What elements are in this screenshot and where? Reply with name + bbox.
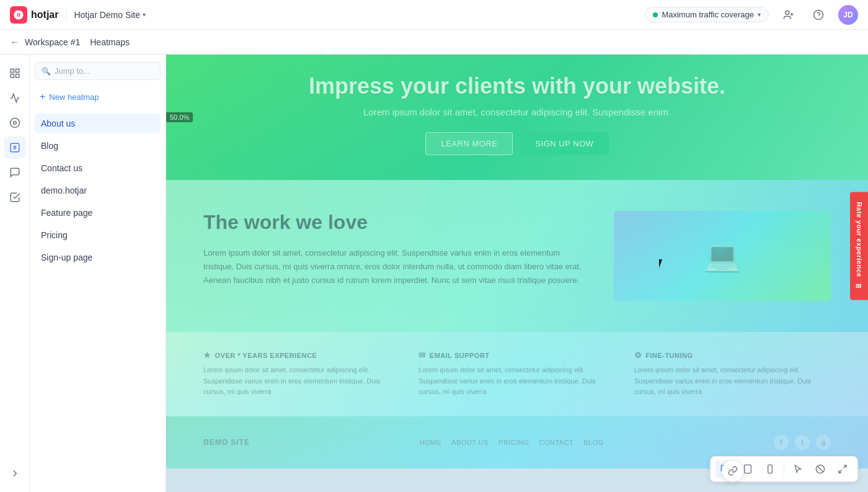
new-heatmap-button[interactable]: + New heatmap [35, 87, 161, 106]
sidebar-item-dashboard[interactable] [4, 62, 26, 84]
traffic-chevron-icon: ▾ [758, 11, 761, 18]
user-avatar[interactable]: JD [838, 5, 858, 25]
feature-description: Lorem ipsum dolor sit amet, consectetur … [203, 365, 400, 398]
expand-button[interactable] [833, 460, 852, 478]
sidebar-item-label: Pricing [41, 230, 68, 240]
settings-icon: ⚙ [634, 351, 642, 360]
icon-sidebar [0, 55, 30, 492]
hero-subtitle: Lorem ipsum dolor sit amet, consectetur … [191, 107, 843, 117]
svg-point-10 [13, 122, 16, 125]
about-grid: The work we love Lorem ipsum dolor sit a… [203, 211, 831, 301]
sidebar-item-heatmaps[interactable] [4, 136, 26, 159]
back-button[interactable]: ← [10, 37, 20, 48]
sidebar-item-demo-hotjar[interactable]: demo.hotjar [35, 181, 161, 200]
hero-title: Impress your clients with your website. [191, 73, 843, 99]
hero-percentage-badge: 50.0% [166, 112, 193, 122]
sidebar-item-blog[interactable]: Blog [35, 136, 161, 156]
topbar-left: hotjar Hotjar Demo Site ▾ [10, 6, 146, 24]
feature-item-email: ✉ EMAIL SUPPORT Lorem ipsum dolor sit am… [418, 351, 615, 398]
sidebar-item-feedback[interactable] [4, 161, 26, 184]
breadcrumb-bar: ← Workspace #1 Heatmaps [0, 30, 868, 55]
nav-sidebar: 🔍 Jump to... + New heatmap About us Blog… [30, 55, 166, 492]
facebook-icon: f [774, 435, 789, 450]
website-preview: 50.0% Impress your clients with your web… [166, 55, 868, 492]
about-description: Lorem ipsum dolor sit amet, consectetur … [203, 246, 589, 287]
rate-experience-sidebar[interactable]: Rate your experience ✉ [850, 192, 868, 300]
about-image-inner: 💻 [614, 211, 831, 301]
sidebar-item-label: Contact us [41, 163, 82, 173]
traffic-coverage-selector[interactable]: Maximum traffic coverage ▾ [645, 7, 769, 22]
about-image: 💻 [614, 211, 831, 301]
footer-logo: DEMO SITE [203, 438, 250, 447]
sidebar-item-label: Sign-up page [41, 253, 92, 262]
footer-social: f t g [774, 435, 831, 450]
svg-rect-7 [16, 74, 19, 78]
plus-icon: + [40, 91, 45, 102]
sidebar-item-signup-page[interactable]: Sign-up page [35, 248, 161, 267]
sidebar-item-contact-us[interactable]: Contact us [35, 158, 161, 178]
google-icon: g [816, 435, 831, 450]
feature-title: ★ OVER * YEARS EXPERIENCE [203, 351, 400, 360]
main-layout: 🔍 Jump to... + New heatmap About us Blog… [0, 55, 868, 492]
website-preview-container: 50.0% Impress your clients with your web… [166, 55, 868, 492]
svg-rect-5 [11, 69, 14, 72]
share-link-button[interactable] [722, 460, 744, 482]
sidebar-item-label: About us [41, 119, 75, 128]
traffic-coverage-label: Maximum traffic coverage [662, 10, 754, 19]
svg-line-20 [817, 466, 823, 472]
site-selector-chevron-icon: ▾ [143, 11, 146, 18]
svg-line-22 [839, 470, 842, 473]
traffic-status-dot [653, 12, 658, 17]
sidebar-item-pricing[interactable]: Pricing [35, 225, 161, 245]
svg-line-21 [843, 465, 846, 468]
footer-nav-contact: CONTACT [539, 439, 574, 446]
sidebar-item-label: demo.hotjar [41, 186, 87, 195]
hero-buttons: LEARN MORE SIGN UP NOW [191, 132, 843, 155]
feature-description: Lorem ipsum dolor sit amet, consectetur … [634, 365, 831, 398]
footer-nav-about: ABOUT US [451, 439, 489, 446]
search-input[interactable]: 🔍 Jump to... [35, 62, 161, 80]
email-icon: ✉ [418, 351, 426, 360]
filter-button[interactable] [810, 460, 830, 478]
footer-nav-home: HOME [420, 439, 441, 446]
sidebar-item-surveys[interactable] [4, 186, 26, 208]
twitter-icon: t [795, 435, 810, 450]
features-row: ★ OVER * YEARS EXPERIENCE Lorem ipsum do… [166, 332, 868, 416]
feature-title: ⚙ FINE-TUNING [634, 351, 831, 360]
topbar-right: Maximum traffic coverage ▾ JD [645, 5, 858, 25]
footer-nav-blog: BLOG [583, 439, 604, 446]
sidebar-item-about-us[interactable]: About us [35, 114, 161, 133]
feature-title-text: OVER * YEARS EXPERIENCE [215, 352, 317, 359]
svg-rect-15 [745, 465, 751, 473]
svg-rect-17 [768, 465, 773, 473]
add-user-button[interactable] [779, 5, 799, 25]
hero-section: 50.0% Impress your clients with your web… [166, 55, 868, 180]
sign-up-now-button[interactable]: SIGN UP NOW [520, 132, 608, 155]
feature-item-experience: ★ OVER * YEARS EXPERIENCE Lorem ipsum do… [203, 351, 400, 398]
mobile-view-button[interactable] [760, 460, 780, 478]
hotjar-wordmark: hotjar [31, 9, 58, 20]
svg-rect-6 [16, 69, 19, 72]
hotjar-logo[interactable]: hotjar [10, 6, 58, 24]
about-text: The work we love Lorem ipsum dolor sit a… [203, 211, 589, 287]
about-title: The work we love [203, 211, 589, 234]
feature-description: Lorem ipsum dolor sit amet, consectetur … [418, 365, 615, 398]
cursor-filter-button[interactable] [788, 460, 808, 478]
breadcrumb-workspace: Workspace #1 [25, 37, 80, 47]
sidebar-collapse-button[interactable] [4, 462, 26, 485]
sidebar-item-recordings[interactable] [4, 112, 26, 134]
search-placeholder: Jump to... [55, 66, 90, 76]
sidebar-item-label: Blog [41, 141, 58, 151]
feature-item-tuning: ⚙ FINE-TUNING Lorem ipsum dolor sit amet… [634, 351, 831, 398]
sidebar-item-feature-page[interactable]: Feature page [35, 203, 161, 223]
sidebar-item-analytics[interactable] [4, 87, 26, 109]
rate-experience-label: Rate your experience [856, 202, 863, 277]
learn-more-button[interactable]: LEARN MORE [425, 132, 513, 155]
laptop-icon: 💻 [704, 239, 741, 274]
about-section: The work we love Lorem ipsum dolor sit a… [166, 180, 868, 332]
topbar: hotjar Hotjar Demo Site ▾ Maximum traffi… [0, 0, 868, 30]
help-button[interactable] [808, 5, 828, 25]
experience-icon: ★ [203, 351, 211, 360]
site-selector[interactable]: Hotjar Demo Site ▾ [66, 10, 146, 20]
sidebar-item-label: Feature page [41, 208, 92, 218]
